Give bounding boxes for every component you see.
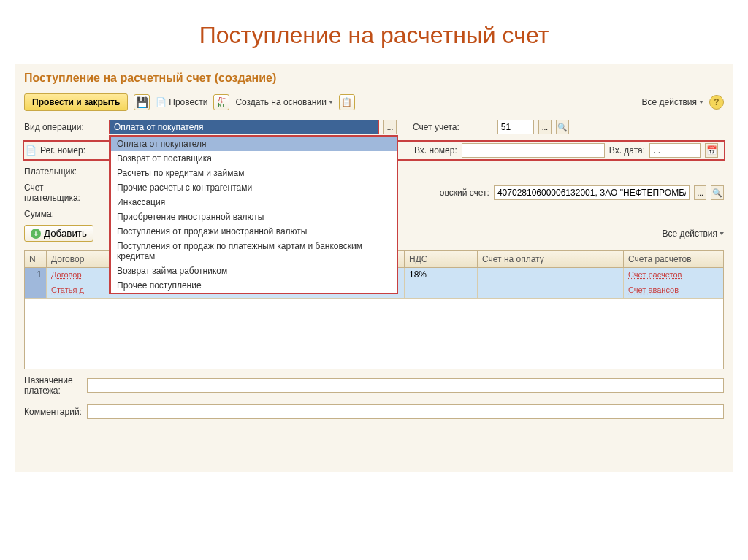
cell-nds-2[interactable] bbox=[405, 283, 478, 298]
bottom-form: Назначение платежа: Комментарий: bbox=[15, 369, 733, 431]
post-and-close-button[interactable]: Провести и закрыть bbox=[24, 93, 128, 111]
reg-number-label: Рег. номер: bbox=[40, 145, 107, 156]
bank-account-field[interactable] bbox=[494, 185, 690, 200]
payer-account-label: Счет плательщика: bbox=[24, 183, 102, 203]
chevron-down-icon bbox=[699, 101, 703, 104]
all-actions-button-2[interactable]: Все действия bbox=[663, 229, 724, 239]
report-button[interactable]: 📋 bbox=[339, 94, 355, 110]
chevron-down-icon bbox=[720, 232, 724, 235]
payer-label: Плательщик: bbox=[24, 166, 104, 177]
dropdown-item-3[interactable]: Прочие расчеты с контрагентами bbox=[111, 180, 397, 195]
dropdown-item-6[interactable]: Поступления от продажи иностранной валют… bbox=[111, 224, 397, 239]
col-invoice[interactable]: Счет на оплату bbox=[478, 251, 624, 267]
cell-n: 1 bbox=[25, 268, 47, 283]
search-icon: 🔍 bbox=[712, 188, 722, 198]
create-based-button[interactable]: Создать на основании bbox=[235, 97, 333, 107]
in-number-field[interactable] bbox=[462, 143, 605, 158]
comment-field[interactable] bbox=[87, 404, 724, 419]
account-search-button[interactable]: 🔍 bbox=[556, 120, 569, 134]
disk-icon: 💾 bbox=[136, 96, 148, 108]
dropdown-item-4[interactable]: Инкассация bbox=[111, 195, 397, 210]
dropdown-item-0[interactable]: Оплата от покупателя bbox=[111, 137, 397, 151]
payment-purpose-label: Назначение платежа: bbox=[24, 375, 83, 396]
form-area: Вид операции: Оплата от покупателя Оплат… bbox=[15, 117, 733, 250]
all-actions-button[interactable]: Все действия bbox=[642, 97, 703, 107]
calendar-icon: 📅 bbox=[706, 145, 717, 156]
col-accounts[interactable]: Счета расчетов bbox=[624, 251, 723, 267]
payment-purpose-field[interactable] bbox=[87, 378, 724, 393]
dropdown-item-8[interactable]: Возврат займа работником bbox=[111, 264, 397, 278]
account-select-button[interactable]: ... bbox=[538, 120, 552, 134]
account-field[interactable] bbox=[497, 120, 534, 134]
dropdown-item-9[interactable]: Прочее поступление bbox=[111, 278, 397, 293]
app-panel: Поступление на расчетный счет (создание)… bbox=[15, 64, 733, 472]
col-nds[interactable]: НДС bbox=[405, 251, 478, 267]
slide-title: Поступление на расчетный счет bbox=[0, 0, 748, 64]
bank-account-select-button[interactable]: ... bbox=[694, 185, 707, 200]
bank-account-search-button[interactable]: 🔍 bbox=[711, 185, 724, 200]
panel-title: Поступление на расчетный счет (создание) bbox=[15, 64, 733, 91]
search-icon: 🔍 bbox=[557, 123, 568, 132]
cell-accounts[interactable]: Счет расчетов bbox=[624, 268, 723, 283]
in-date-field[interactable] bbox=[649, 143, 701, 158]
dt-kt-icon: ДтКт bbox=[218, 96, 225, 108]
in-number-label: Вх. номер: bbox=[414, 145, 457, 156]
plus-icon: + bbox=[31, 229, 41, 239]
dropdown-item-5[interactable]: Приобретение иностранной валюты bbox=[111, 210, 397, 224]
date-picker-button[interactable]: 📅 bbox=[705, 143, 718, 158]
add-button[interactable]: + Добавить bbox=[24, 225, 94, 242]
amount-label: Сумма: bbox=[24, 209, 104, 219]
document-icon: 📋 bbox=[341, 97, 352, 107]
cell-n-2 bbox=[25, 283, 47, 298]
cell-accounts-2[interactable]: Счет авансов bbox=[624, 283, 723, 298]
comment-label: Комментарий: bbox=[24, 407, 83, 417]
col-n[interactable]: N bbox=[25, 251, 47, 267]
cell-nds[interactable]: 18% bbox=[405, 268, 478, 283]
chevron-down-icon bbox=[329, 101, 333, 104]
dropdown-item-7[interactable]: Поступления от продаж по платежным карта… bbox=[111, 239, 397, 264]
post-button[interactable]: 📄 Провести bbox=[156, 97, 207, 107]
save-button[interactable]: 💾 bbox=[134, 94, 150, 110]
dt-kt-button[interactable]: ДтКт bbox=[213, 94, 229, 110]
help-button[interactable]: ? bbox=[709, 95, 724, 110]
bank-account-label: овский счет: bbox=[440, 188, 489, 198]
operation-type-dropdown: Оплата от покупателя Возврат от поставщи… bbox=[109, 135, 398, 294]
dropdown-item-2[interactable]: Расчеты по кредитам и займам bbox=[111, 166, 397, 180]
cell-invoice-2[interactable] bbox=[478, 283, 624, 298]
cell-invoice[interactable] bbox=[478, 268, 624, 283]
dropdown-item-1[interactable]: Возврат от поставщика bbox=[111, 151, 397, 166]
post-icon: 📄 bbox=[156, 97, 167, 107]
in-date-label: Вх. дата: bbox=[609, 145, 645, 156]
toolbar: Провести и закрыть 💾 📄 Провести ДтКт Соз… bbox=[15, 91, 733, 117]
account-label: Счет учета: bbox=[413, 122, 459, 132]
operation-type-field[interactable]: Оплата от покупателя Оплата от покупател… bbox=[109, 120, 379, 134]
operation-type-select-button[interactable]: ... bbox=[383, 120, 397, 134]
document-status-icon: 📄 bbox=[26, 145, 37, 156]
operation-type-label: Вид операции: bbox=[24, 122, 104, 132]
